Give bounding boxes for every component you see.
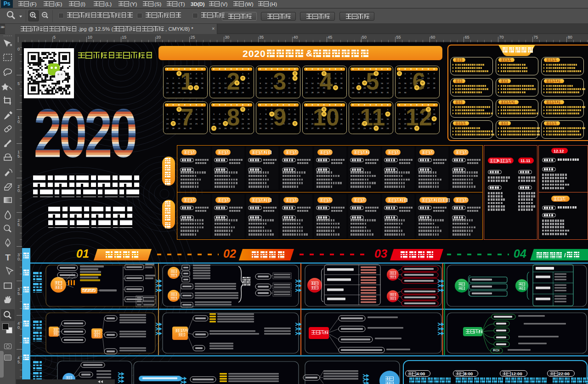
svg-text:25: 25 — [195, 123, 198, 125]
svg-text:15: 15 — [242, 82, 244, 85]
svg-text:13: 13 — [427, 77, 430, 79]
svg-text:22: 22 — [398, 87, 401, 89]
svg-text:10: 10 — [387, 77, 389, 79]
svg-text:22: 22 — [242, 123, 244, 125]
svg-text:31: 31 — [387, 91, 389, 94]
svg-text:10: 10 — [313, 104, 339, 130]
svg-text:24: 24 — [387, 87, 389, 89]
svg-text:12: 12 — [305, 118, 308, 120]
svg-text:21: 21 — [288, 87, 290, 89]
svg-text:23: 23 — [352, 127, 354, 130]
svg-text:12: 12 — [288, 113, 290, 115]
svg-text:29: 29 — [242, 127, 244, 130]
svg-text:27: 27 — [427, 87, 430, 89]
svg-text:11: 11 — [352, 82, 354, 85]
svg-text:7: 7 — [181, 104, 194, 130]
svg-text:16: 16 — [404, 82, 407, 85]
svg-text:18: 18 — [334, 82, 337, 85]
svg-text:14: 14 — [259, 118, 261, 120]
svg-text:22: 22 — [294, 87, 296, 89]
svg-text:12: 12 — [358, 82, 360, 85]
svg-text:3: 3 — [273, 68, 287, 95]
svg-text:30: 30 — [404, 91, 407, 94]
svg-text:18: 18 — [340, 118, 343, 120]
svg-text:28: 28 — [311, 91, 314, 94]
svg-text:16: 16 — [248, 118, 250, 120]
svg-text:23: 23 — [248, 123, 250, 125]
svg-text:18: 18 — [195, 82, 198, 85]
svg-text:19: 19 — [340, 82, 343, 85]
svg-text:25: 25 — [340, 123, 343, 125]
svg-text:17: 17 — [265, 87, 267, 89]
svg-text:16: 16 — [248, 82, 250, 85]
svg-text:23: 23 — [381, 87, 383, 89]
svg-text:21: 21 — [259, 123, 261, 125]
svg-text:14: 14 — [311, 82, 314, 85]
svg-text:12: 12 — [201, 113, 204, 115]
svg-text:15: 15 — [265, 118, 267, 120]
svg-text:10: 10 — [265, 82, 267, 85]
svg-text:28: 28 — [172, 91, 175, 94]
svg-text:29: 29 — [398, 91, 401, 94]
svg-text:14: 14 — [172, 118, 175, 120]
svg-text:25: 25 — [219, 127, 221, 130]
svg-text:18: 18 — [195, 118, 198, 120]
svg-text:20: 20 — [427, 82, 430, 85]
svg-text:13: 13 — [305, 82, 308, 85]
svg-text:11: 11 — [334, 77, 337, 79]
svg-text:23: 23 — [259, 91, 261, 94]
svg-text:11: 11 — [219, 118, 221, 120]
svg-text:28: 28 — [398, 127, 401, 130]
svg-text:11: 11 — [360, 104, 385, 130]
svg-text:25: 25 — [219, 91, 221, 94]
svg-text:15: 15 — [398, 82, 401, 85]
svg-text:21: 21 — [433, 82, 435, 85]
svg-text:27: 27 — [166, 91, 169, 94]
svg-text:14: 14 — [398, 118, 401, 120]
svg-text:18: 18 — [219, 123, 221, 125]
svg-text:9: 9 — [273, 104, 287, 130]
svg-text:16: 16 — [259, 87, 261, 89]
svg-text:8: 8 — [227, 104, 240, 130]
svg-text:12: 12 — [201, 77, 204, 79]
svg-text:14: 14 — [172, 82, 175, 85]
svg-text:17: 17 — [213, 123, 215, 125]
svg-text:11: 11 — [195, 77, 198, 79]
svg-text:16: 16 — [352, 123, 354, 125]
svg-text:16: 16 — [381, 82, 383, 85]
svg-text:29: 29 — [242, 91, 244, 94]
svg-text:14: 14 — [288, 82, 290, 85]
svg-text:24: 24 — [265, 91, 267, 94]
svg-text:20: 20 — [166, 87, 169, 89]
svg-text:25: 25 — [352, 91, 354, 94]
svg-text:11: 11 — [195, 113, 198, 115]
svg-text:19: 19 — [288, 118, 290, 120]
svg-text:10: 10 — [213, 82, 215, 85]
svg-text:26: 26 — [201, 123, 204, 125]
svg-text:17: 17 — [213, 87, 215, 89]
svg-text:15: 15 — [387, 118, 389, 120]
svg-text:18: 18 — [352, 87, 354, 89]
svg-text:19: 19 — [305, 123, 308, 125]
svg-text:28: 28 — [433, 87, 435, 89]
svg-text:T: T — [5, 253, 11, 262]
svg-text:22: 22 — [387, 123, 389, 125]
svg-text:21: 21 — [398, 123, 401, 125]
svg-text:28: 28 — [288, 91, 290, 94]
svg-text:24: 24 — [213, 91, 215, 94]
svg-text:26: 26 — [288, 123, 290, 125]
svg-text:10: 10 — [213, 118, 215, 120]
svg-text:30: 30 — [381, 91, 383, 94]
svg-text:26: 26 — [358, 91, 360, 94]
svg-text:27: 27 — [433, 123, 435, 125]
svg-text:28: 28 — [172, 127, 175, 130]
svg-text:13: 13 — [433, 113, 435, 115]
svg-text:26: 26 — [340, 87, 343, 89]
svg-text:14: 14 — [433, 77, 435, 79]
svg-text:1: 1 — [181, 68, 194, 95]
svg-text:29: 29 — [265, 127, 267, 130]
svg-text:20: 20 — [166, 123, 169, 125]
svg-text:18: 18 — [219, 87, 221, 89]
svg-text:29: 29 — [294, 91, 296, 94]
svg-text:12: 12 — [340, 77, 343, 79]
